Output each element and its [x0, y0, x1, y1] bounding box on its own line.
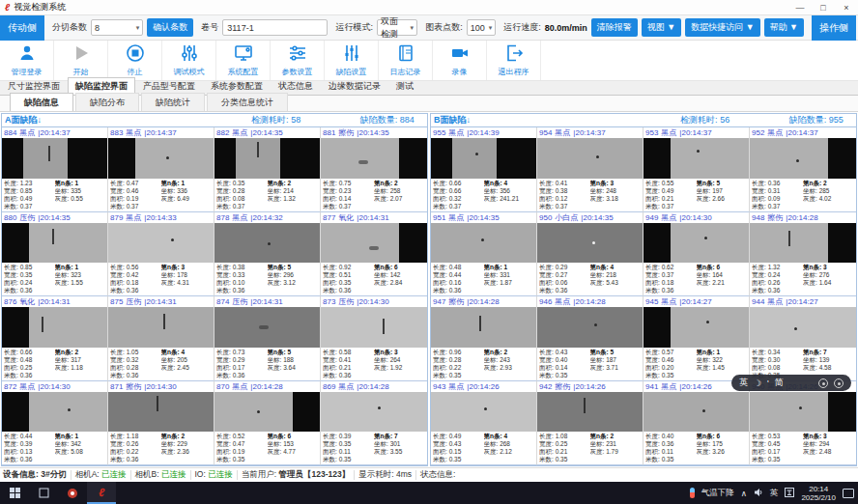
defect-cell[interactable]: 884 黑点 |20:14:37 长度: 1.23 宽度: 0.85 面积: 0… — [2, 127, 108, 212]
width-value: 0.45 — [768, 440, 781, 447]
meters-value: 0.35 — [339, 456, 352, 462]
defect-cell[interactable]: 870 黑点 |20:14:28 长度: 0.52 宽度: 0.47 面积: 0… — [214, 381, 321, 466]
confirm-slit-button[interactable]: 确认条数 — [147, 18, 193, 37]
defect-cell[interactable]: 875 压伤 |20:14:31 长度: 1.05 宽度: 0.32 面积: 0… — [108, 296, 214, 381]
minimize-button[interactable]: — — [788, 3, 812, 13]
defect-cell-header: 881 擦伤 |20:14:35 — [321, 127, 427, 138]
defect-image — [750, 223, 856, 264]
view-menu-button[interactable]: 视图 ▼ — [642, 18, 681, 37]
ime-floating-bar[interactable]: 英 ☽ ' 简 — [731, 375, 851, 391]
stop-button[interactable]: 停止 — [108, 41, 162, 80]
drive-side-button[interactable]: 传动侧 — [0, 15, 44, 41]
width-label: 宽度: — [4, 440, 18, 447]
subtab-defect-info[interactable]: 缺陷信息 — [10, 93, 73, 111]
subtab-class-info-statistics[interactable]: 分类信息统计 — [207, 93, 288, 111]
volume-icon[interactable] — [754, 488, 763, 499]
clock[interactable]: 20:142025/2/10 — [801, 485, 836, 502]
help-menu-button[interactable]: 帮助 ▼ — [764, 18, 804, 37]
gray-label: 灰度: — [55, 448, 70, 455]
length-value: 0.85 — [20, 264, 33, 270]
defect-cell[interactable]: 944 黑点 |20:14:27 长度: 0.34 宽度: 0.30 面积: 0… — [750, 296, 856, 381]
defect-cell[interactable]: 878 黑点 |20:14:32 长度: 0.38 宽度: 0.33 面积: 0… — [214, 212, 321, 297]
defect-cell[interactable]: 882 黑点 |20:14:35 长度: 0.35 宽度: 0.28 面积: 0… — [214, 127, 321, 212]
width-value: 0.47 — [233, 440, 245, 447]
data-quick-access-button[interactable]: 数据快捷访问 ▼ — [685, 18, 759, 37]
ime-mode-icon[interactable] — [785, 488, 794, 499]
defect-cell-header: 946 黑点 |20:14:28 — [537, 296, 643, 307]
defect-cell[interactable]: 951 黑点 |20:14:35 长度: 0.48 宽度: 0.44 面积: 0… — [431, 212, 537, 297]
tray-chevron-icon[interactable]: ∧ — [741, 489, 747, 498]
defect-cell[interactable]: 941 黑点 |20:14:26 长度: 0.40 宽度: 0.36 面积: 0… — [644, 381, 750, 466]
ime-language-indicator[interactable]: 英 — [770, 488, 779, 499]
area-value: 0.19 — [233, 448, 245, 455]
debug-mode-button[interactable]: 调试模式 — [162, 41, 216, 80]
defect-cell[interactable]: 942 擦伤 |20:14:26 长度: 1.08 宽度: 0.25 面积: 0… — [537, 381, 644, 466]
defect-cell[interactable]: 881 擦伤 |20:14:35 长度: 0.75 宽度: 0.23 面积: 0… — [321, 127, 427, 212]
parameter-settings-button[interactable]: 参数设置 — [271, 41, 325, 80]
defect-cell[interactable]: 955 黑点 |20:14:39 长度: 0.66 宽度: 0.66 面积: 0… — [431, 127, 537, 212]
defect-cell[interactable]: 953 黑点 |20:14:37 长度: 0.55 宽度: 0.49 面积: 0… — [644, 127, 750, 212]
defect-cell[interactable]: 874 压伤 |20:14:31 长度: 0.73 宽度: 0.29 面积: 0… — [214, 296, 321, 381]
ime-skin-icon[interactable] — [834, 378, 844, 388]
defect-cell[interactable]: 871 擦伤 |20:14:30 长度: 1.18 宽度: 0.26 面积: 0… — [108, 381, 214, 466]
exit-program-button[interactable]: 退出程序 — [487, 41, 541, 80]
defect-cell[interactable]: 880 压伤 |20:14:35 长度: 0.85 宽度: 0.35 面积: 0… — [2, 212, 108, 297]
defect-cell[interactable]: 948 擦伤 |20:14:28 长度: 1.32 宽度: 0.24 面积: 0… — [750, 212, 856, 297]
length-label: 长度: — [4, 180, 18, 186]
defect-cell[interactable]: 869 黑点 |20:14:28 长度: 0.39 宽度: 0.35 面积: 0… — [321, 381, 427, 466]
gray-label: 灰度: — [268, 364, 282, 371]
maximize-button[interactable]: □ — [812, 3, 835, 13]
weather-text[interactable]: 气温下降 — [701, 488, 734, 499]
operator-side-button[interactable]: 操作侧 — [812, 15, 856, 41]
defect-cell[interactable]: 946 黑点 |20:14:28 长度: 0.43 宽度: 0.40 面积: 0… — [537, 296, 644, 381]
pinned-app-button[interactable] — [58, 482, 87, 504]
defect-time: |20:14:39 — [467, 128, 499, 137]
defect-cell[interactable]: 945 黑点 |20:14:27 长度: 0.57 宽度: 0.46 面积: 0… — [644, 296, 750, 381]
subtab-defect-distribution[interactable]: 缺陷分布 — [75, 93, 139, 111]
start-button[interactable]: 开始 — [54, 41, 108, 80]
defect-cell[interactable]: 940 黑点 |20:14:26 长度: 0.53 宽度: 0.45 面积: 0… — [750, 381, 856, 466]
slit-count-select[interactable]: 8▾ — [91, 19, 143, 36]
defect-cell[interactable]: 872 黑点 |20:14:30 长度: 0.44 宽度: 0.39 面积: 0… — [2, 381, 108, 466]
chart-points-select[interactable]: 100▾ — [467, 19, 497, 36]
close-button[interactable]: × — [835, 3, 858, 13]
subtab-defect-statistics[interactable]: 缺陷统计 — [141, 93, 205, 111]
defect-cell[interactable]: 954 黑点 |20:14:37 长度: 0.41 宽度: 0.38 面积: 0… — [537, 127, 644, 212]
gray-label: 灰度: — [268, 448, 282, 455]
strip-label: 第n条: — [55, 264, 73, 270]
defect-cell[interactable]: 877 氧化 |20:14:31 长度: 0.92 宽度: 0.51 面积: 0… — [321, 212, 427, 297]
task-view-button[interactable] — [29, 482, 58, 504]
strip-label: 第n条: — [55, 180, 73, 186]
defect-cell[interactable]: 879 黑点 |20:14:33 长度: 0.56 宽度: 0.42 面积: 0… — [108, 212, 214, 297]
defect-cell[interactable]: 943 黑点 |20:14:26 长度: 0.49 宽度: 0.43 面积: 0… — [431, 381, 537, 466]
tab-edge-data-record[interactable]: 边缘数据记录 — [321, 77, 388, 95]
notification-center-icon[interactable] — [843, 489, 854, 498]
record-video-button[interactable]: 录像 — [433, 41, 487, 80]
defect-settings-button[interactable]: 缺陷设置 — [325, 41, 379, 80]
defect-cell[interactable]: 883 黑点 |20:14:37 长度: 0.47 宽度: 0.46 面积: 0… — [108, 127, 214, 212]
clear-alarm-button[interactable]: 清除报警 — [591, 18, 638, 37]
area-value: 0.35 — [339, 279, 352, 286]
defect-cell[interactable]: 952 黑点 |20:14:37 长度: 0.36 宽度: 0.31 面积: 0… — [750, 127, 856, 212]
admin-login-button[interactable]: 管理登录 — [0, 41, 54, 80]
defect-cell[interactable]: 947 擦伤 |20:14:28 长度: 0.96 宽度: 0.28 面积: 0… — [431, 296, 537, 381]
roll-number-input[interactable]: 3117-1 — [222, 19, 328, 36]
defect-cell[interactable]: 876 氧化 |20:14:31 长度: 0.66 宽度: 0.48 面积: 0… — [2, 296, 108, 381]
start-button[interactable] — [0, 482, 29, 504]
inspection-app-taskbar-button[interactable]: ℓ — [87, 482, 116, 504]
system-config-button[interactable]: 系统配置 — [216, 41, 271, 80]
ime-english-toggle[interactable]: 英 — [739, 377, 748, 389]
defect-cell[interactable]: 950 小白点 |20:14:35 长度: 0.29 宽度: 0.27 面积: … — [537, 212, 644, 297]
defect-cell[interactable]: 873 压伤 |20:14:30 长度: 0.58 宽度: 0.41 面积: 0… — [321, 296, 427, 381]
defect-cell[interactable]: 949 黑点 |20:14:30 长度: 0.62 宽度: 0.37 面积: 0… — [644, 212, 750, 297]
meters-label: 米数: — [539, 372, 554, 378]
ime-settings-icon[interactable] — [818, 378, 828, 388]
coord-value: 248 — [606, 187, 616, 194]
width-value: 0.66 — [449, 187, 462, 194]
gray-value: 5.43 — [606, 279, 618, 286]
tab-test[interactable]: 测试 — [388, 77, 421, 95]
ime-simplified-toggle[interactable]: 简 — [775, 377, 784, 389]
ime-moon-icon[interactable]: ☽ — [754, 378, 761, 388]
log-record-button[interactable]: 日志记录 — [379, 41, 433, 80]
run-mode-select[interactable]: 双面检测▾ — [377, 19, 417, 36]
